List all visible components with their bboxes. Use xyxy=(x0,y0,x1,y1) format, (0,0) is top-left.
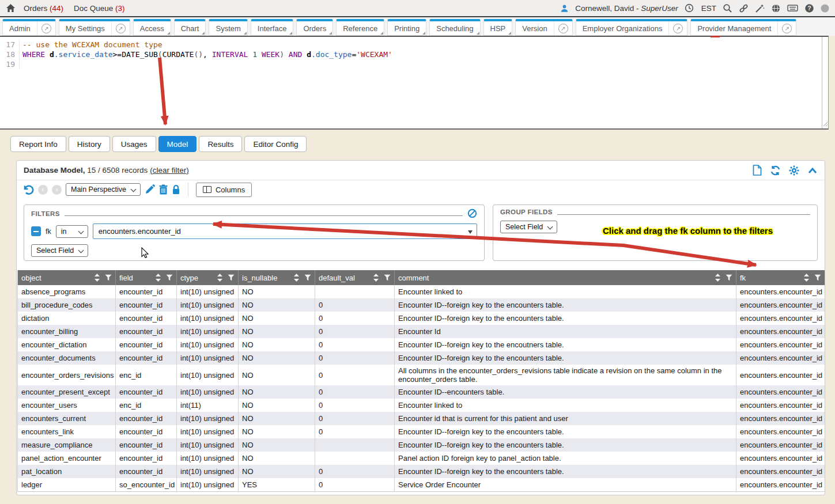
open-new-icon[interactable]: ↗ xyxy=(37,21,55,35)
filter-operator-select[interactable]: in xyxy=(56,225,88,238)
column-header-fk[interactable]: fk xyxy=(736,270,825,285)
help-icon[interactable]: ? xyxy=(804,3,814,13)
sort-icon[interactable] xyxy=(156,274,161,282)
search-icon[interactable] xyxy=(723,3,732,13)
filter-icon[interactable] xyxy=(105,274,112,281)
link-icon[interactable] xyxy=(739,3,749,13)
column-header-default-val[interactable]: default_val xyxy=(315,270,395,285)
globe-icon[interactable] xyxy=(771,3,781,13)
open-new-icon[interactable]: ↗ xyxy=(668,21,687,35)
table-row[interactable]: encounters_linkencounter_idint(10) unsig… xyxy=(18,425,825,438)
column-header-label: ctype xyxy=(180,274,212,282)
filter-icon[interactable] xyxy=(726,274,732,281)
orders-link[interactable]: Orders (44) xyxy=(24,4,63,13)
sort-icon[interactable] xyxy=(217,274,222,282)
group-field-select[interactable]: Select Field xyxy=(500,221,557,233)
filter-icon[interactable] xyxy=(228,274,235,281)
nav-tab-hsp[interactable]: HSP xyxy=(483,19,513,36)
nav-tab-employer-organizations[interactable]: Employer Organizations↗ xyxy=(576,19,688,36)
resize-handle-icon[interactable] xyxy=(822,119,828,128)
tab-results[interactable]: Results xyxy=(199,136,242,152)
nav-tab-admin[interactable]: Admin↗ xyxy=(2,19,56,36)
open-new-icon[interactable]: ↗ xyxy=(111,21,130,35)
open-new-icon[interactable]: ↗ xyxy=(554,21,572,35)
sort-icon[interactable] xyxy=(715,274,720,282)
sql-editor[interactable]: 17-- use the WCEXAM document type18WHERE… xyxy=(0,36,829,130)
filter-icon[interactable] xyxy=(384,274,391,281)
nav-tab-access[interactable]: Access xyxy=(133,19,171,36)
table-row[interactable]: absence_programsencounter_idint(10) unsi… xyxy=(18,285,825,298)
table-row[interactable]: encounters_currentencounter_idint(10) un… xyxy=(18,412,825,425)
editor-scrollbar[interactable] xyxy=(822,37,828,128)
refresh-icon[interactable] xyxy=(770,165,781,176)
column-header-is-nullable[interactable]: is_nullable xyxy=(239,270,315,285)
table-row[interactable]: ledgerso_encounter_idint(10) unsignedYES… xyxy=(18,478,825,491)
column-header-field[interactable]: field xyxy=(116,270,177,285)
cell-object: absence_programs xyxy=(18,285,116,298)
table-row[interactable]: encounter_usersenc_idint(11)NO0Encounter… xyxy=(18,399,825,412)
sort-icon[interactable] xyxy=(294,274,299,282)
sort-icon[interactable] xyxy=(804,274,809,282)
sort-icon[interactable] xyxy=(373,274,379,282)
clock-icon[interactable] xyxy=(685,3,694,13)
nav-tab-version[interactable]: Version↗ xyxy=(515,19,572,36)
table-row[interactable]: encounter_dictationencounter_idint(10) u… xyxy=(18,338,825,351)
clear-filter-link[interactable]: (clear filter) xyxy=(150,166,189,175)
column-header-comment[interactable]: comment xyxy=(395,270,736,285)
combobox-dropdown-icon[interactable] xyxy=(468,230,473,234)
home-icon[interactable] xyxy=(6,3,16,13)
nav-tab-provider-management[interactable]: Provider Management↗ xyxy=(690,19,796,36)
prev-button[interactable]: ‹ xyxy=(38,185,48,195)
next-button[interactable]: › xyxy=(52,185,62,195)
delete-trash-icon[interactable] xyxy=(159,184,168,195)
remove-filter-button[interactable] xyxy=(31,226,41,236)
nav-tab-reference[interactable]: Reference xyxy=(336,19,384,36)
nav-tab-printing[interactable]: Printing xyxy=(387,19,426,36)
tab-editor-config[interactable]: Editor Config xyxy=(244,136,307,152)
cell-default-val: 0 xyxy=(315,478,395,491)
table-row[interactable]: bill_procedure_codesencounter_idint(10) … xyxy=(18,298,825,312)
table-row[interactable]: encounter_documentsencounter_idint(10) u… xyxy=(18,351,825,365)
column-header-ctype[interactable]: ctype xyxy=(177,270,239,285)
nav-tab-interface[interactable]: Interface xyxy=(251,19,294,36)
table-row[interactable]: pat_locationencounter_idint(10) unsigned… xyxy=(18,465,825,478)
clear-filters-icon[interactable] xyxy=(467,209,477,218)
nav-tab-orders[interactable]: Orders xyxy=(296,19,333,36)
table-row[interactable]: panel_action_encounterencounter_idint(10… xyxy=(18,452,825,465)
collapse-icon[interactable] xyxy=(807,166,818,175)
perspective-select[interactable]: Main Perspective xyxy=(66,183,141,196)
columns-button[interactable]: Columns xyxy=(196,183,252,197)
keyboard-icon[interactable] xyxy=(787,4,798,12)
filter-icon[interactable] xyxy=(814,274,821,281)
undo-icon[interactable] xyxy=(22,184,34,195)
wand-icon[interactable] xyxy=(755,3,765,13)
filter-icon[interactable] xyxy=(304,274,311,281)
lock-icon[interactable] xyxy=(172,184,180,195)
column-header-object[interactable]: object xyxy=(18,270,116,285)
table-row[interactable]: dictationencounter_idint(10) unsignedNO0… xyxy=(18,312,825,325)
doc-queue-link[interactable]: Doc Queue (3) xyxy=(74,4,125,13)
nav-tab-system[interactable]: System xyxy=(209,19,247,36)
table-row[interactable]: encounter_orders_revisionsenc_idint(10) … xyxy=(18,365,825,385)
filter-icon[interactable] xyxy=(166,274,173,281)
tab-report-info[interactable]: Report Info xyxy=(10,136,66,152)
nav-tab-scheduling[interactable]: Scheduling xyxy=(429,19,480,36)
add-filter-field-select[interactable]: Select Field xyxy=(31,244,88,257)
user-name[interactable]: Cornewell, David - SuperUser xyxy=(575,4,678,13)
gear-icon[interactable] xyxy=(789,165,799,176)
filter-value-input[interactable]: encounters.encounter_id xyxy=(93,223,477,239)
nav-tab-my-settings[interactable]: My Settings↗ xyxy=(59,19,130,36)
tab-history[interactable]: History xyxy=(69,136,110,152)
tab-usages[interactable]: Usages xyxy=(112,136,156,152)
open-new-icon[interactable]: ↗ xyxy=(777,21,796,35)
edit-pencil-icon[interactable] xyxy=(145,184,155,195)
code-text: -- use the WCEXAM document type xyxy=(20,40,163,50)
nav-tab-chart[interactable]: Chart xyxy=(174,19,206,36)
sort-icon[interactable] xyxy=(95,274,100,282)
cell-fk: encounters.encounter_id xyxy=(736,285,825,298)
tab-model[interactable]: Model xyxy=(158,136,197,152)
table-row[interactable]: measure_complianceencounter_idint(10) un… xyxy=(18,438,825,452)
table-row[interactable]: encounter_present_exceptencounter_idint(… xyxy=(18,385,825,399)
table-row[interactable]: encounter_billingencounter_idint(10) uns… xyxy=(18,325,825,338)
new-document-icon[interactable] xyxy=(753,165,762,176)
